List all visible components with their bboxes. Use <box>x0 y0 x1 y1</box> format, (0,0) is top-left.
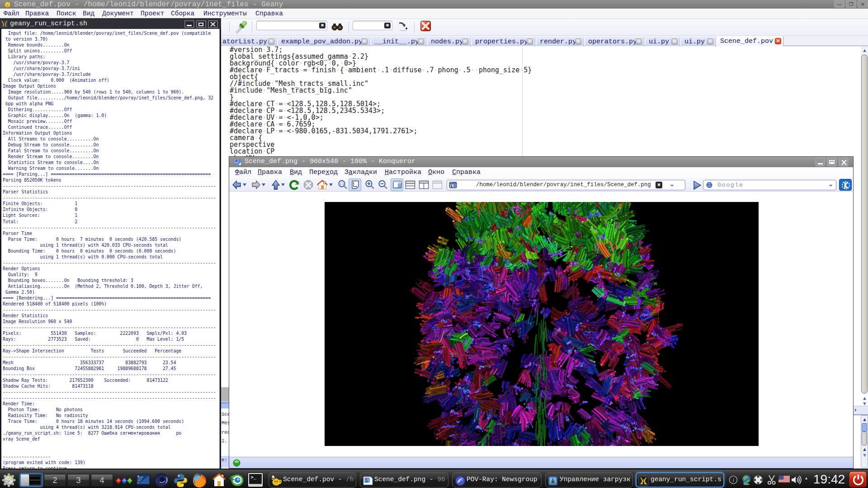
svg-text:i: i <box>732 477 734 483</box>
svg-text:1:1: 1:1 <box>340 182 344 185</box>
